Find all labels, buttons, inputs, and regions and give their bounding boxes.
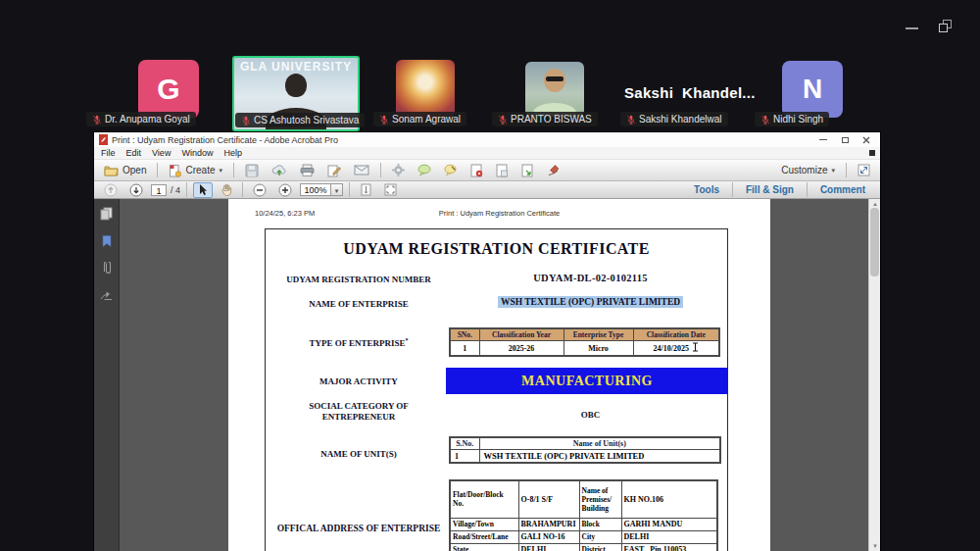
page-down-icon bbox=[129, 183, 143, 197]
registration-number-label: UDYAM REGISTRATION NUMBER bbox=[266, 275, 452, 284]
document-restore-icon[interactable] bbox=[869, 150, 875, 156]
participant-name-label: Sonam Agrawal bbox=[373, 112, 466, 126]
page-up-icon bbox=[104, 183, 118, 197]
address-table: Flat/Door/Block No. O-8/1 S/F Name of Pr… bbox=[449, 479, 718, 551]
tab-tools[interactable]: Tools bbox=[687, 184, 726, 195]
minimize-icon[interactable] bbox=[906, 21, 921, 29]
menu-edit[interactable]: Edit bbox=[126, 148, 142, 158]
acrobat-app-icon bbox=[99, 134, 108, 145]
window-restore-button[interactable] bbox=[835, 132, 855, 147]
bookmarks-icon[interactable] bbox=[102, 235, 112, 247]
print-header-title: Print : Udyam Registration Certificate bbox=[228, 209, 770, 218]
signatures-icon[interactable] bbox=[100, 290, 113, 301]
gallery-view-icon[interactable] bbox=[939, 20, 955, 33]
menu-file[interactable]: File bbox=[101, 148, 116, 158]
comment-button[interactable] bbox=[414, 163, 435, 177]
participant-name-label: PRANTO BISWAS bbox=[492, 112, 598, 126]
print-icon bbox=[300, 164, 315, 176]
compose-button[interactable] bbox=[323, 163, 345, 178]
zoom-out-icon bbox=[253, 183, 267, 197]
annotate-button[interactable] bbox=[440, 163, 462, 177]
page-thumbnails-icon[interactable] bbox=[100, 207, 113, 221]
menu-view[interactable]: View bbox=[152, 148, 171, 158]
select-tool-button[interactable] bbox=[193, 182, 213, 198]
export-doc-icon bbox=[521, 164, 534, 177]
navigation-rail bbox=[94, 199, 120, 551]
vertical-scrollbar[interactable]: ▲ ▼ bbox=[868, 199, 880, 551]
registration-number-value: UDYAM-DL-02-0102115 bbox=[452, 273, 728, 283]
record-doc-button[interactable] bbox=[466, 163, 487, 178]
window-close-button[interactable] bbox=[857, 132, 876, 147]
avatar-initial: N bbox=[803, 74, 822, 105]
hand-tool-button[interactable] bbox=[217, 182, 236, 197]
gear-icon bbox=[392, 164, 405, 176]
zoom-out-button[interactable] bbox=[249, 182, 270, 198]
create-icon bbox=[169, 164, 181, 177]
mail-button[interactable] bbox=[350, 164, 373, 176]
tab-fill-sign[interactable]: Fill & Sign bbox=[739, 184, 801, 195]
page-setup-button[interactable] bbox=[388, 163, 409, 177]
window-minimize-button[interactable] bbox=[813, 132, 833, 147]
mic-muted-icon bbox=[626, 115, 636, 125]
participant-tile-pranto[interactable] bbox=[525, 62, 584, 117]
fit-page-button[interactable] bbox=[380, 182, 401, 197]
participant-display-name: Sakshi Khandel... bbox=[624, 84, 756, 101]
zoom-level-value[interactable]: 100% bbox=[300, 183, 331, 196]
major-activity-label: MAJOR ACTIVITY bbox=[266, 376, 452, 386]
print-button[interactable] bbox=[296, 163, 318, 177]
menu-help[interactable]: Help bbox=[223, 148, 242, 158]
cloud-upload-icon bbox=[271, 164, 287, 176]
mic-muted-icon bbox=[92, 115, 102, 125]
customize-button[interactable]: Customize ▾ bbox=[777, 164, 839, 176]
enterprise-type-label: TYPE OF ENTERPRISE* bbox=[266, 337, 452, 348]
doc-preview-button[interactable] bbox=[492, 163, 513, 178]
page-up-button[interactable] bbox=[100, 182, 122, 198]
fit-page-icon bbox=[384, 183, 397, 196]
major-activity-banner: MANUFACTURING bbox=[446, 368, 728, 394]
page-down-button[interactable] bbox=[125, 182, 147, 198]
save-button[interactable] bbox=[241, 163, 263, 178]
open-button[interactable]: Open bbox=[100, 163, 150, 177]
zoom-in-button[interactable] bbox=[274, 182, 296, 198]
select-tool-icon bbox=[198, 184, 208, 196]
scrollbar-thumb[interactable] bbox=[870, 208, 879, 276]
acrobat-navbar: 1 / 4 bbox=[94, 181, 880, 199]
scroll-up-icon[interactable]: ▲ bbox=[869, 201, 880, 207]
acrobat-toolbar: Open Create ▾ bbox=[94, 160, 880, 181]
pdf-page: 10/24/25, 6:23 PM Print : Udyam Registra… bbox=[228, 199, 770, 551]
attachments-icon[interactable] bbox=[102, 262, 112, 276]
sign-button[interactable] bbox=[543, 163, 564, 177]
expand-button[interactable] bbox=[854, 163, 874, 177]
open-folder-icon bbox=[104, 164, 119, 176]
zoom-level-control[interactable]: 100% ▾ bbox=[300, 183, 343, 196]
table-row: Road/Street/Lane GALI NO-16 City DELHI bbox=[450, 530, 717, 543]
acrobat-menubar: File Edit View Window Help bbox=[94, 147, 880, 160]
avatar-initial: G bbox=[157, 73, 179, 106]
note-yellow-icon bbox=[444, 164, 458, 176]
page-number-input[interactable]: 1 bbox=[151, 184, 167, 196]
scroll-mode-button[interactable] bbox=[356, 182, 376, 197]
participant-tile-anupama[interactable]: G bbox=[138, 60, 199, 119]
export-doc-button[interactable] bbox=[517, 163, 538, 178]
enterprise-name-value: WSH TEXTILE (OPC) PRIVATE LIMITED bbox=[452, 297, 728, 307]
participant-tile-sonam[interactable] bbox=[396, 60, 455, 119]
mic-muted-icon bbox=[241, 116, 251, 125]
save-icon bbox=[245, 164, 259, 177]
compose-icon bbox=[327, 164, 341, 177]
menu-window[interactable]: Window bbox=[181, 148, 213, 158]
expand-icon bbox=[858, 164, 870, 176]
participant-tile-nidhi[interactable]: N bbox=[782, 61, 843, 118]
enterprise-type-table: SNo. Classification Year Enterprise Type… bbox=[449, 327, 720, 357]
zoom-dropdown-button[interactable]: ▾ bbox=[331, 183, 343, 196]
tab-comment[interactable]: Comment bbox=[813, 184, 872, 195]
certificate: UDYAM REGISTRATION CERTIFICATE UDYAM REG… bbox=[265, 228, 728, 551]
sunglasses bbox=[546, 76, 564, 81]
cloud-upload-button[interactable] bbox=[268, 163, 291, 177]
table-row: State DELHI District EAST , Pin 110053 bbox=[450, 543, 717, 551]
mic-muted-icon bbox=[498, 115, 508, 125]
certificate-title: UDYAM REGISTRATION CERTIFICATE bbox=[266, 240, 727, 258]
document-area: 10/24/25, 6:23 PM Print : Udyam Registra… bbox=[94, 199, 880, 551]
zoom-in-icon bbox=[278, 183, 292, 197]
scroll-down-icon[interactable]: ▼ bbox=[869, 543, 880, 549]
create-button[interactable]: Create ▾ bbox=[165, 163, 226, 178]
